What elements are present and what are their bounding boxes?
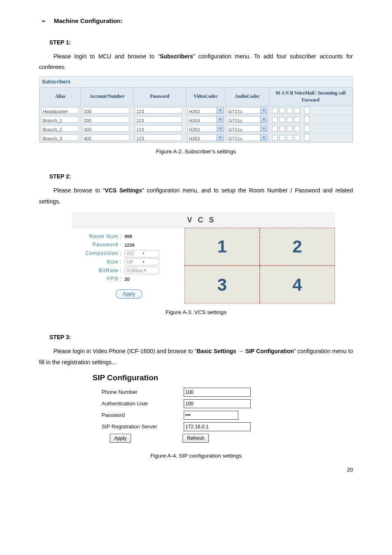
videocodec-select[interactable]: H263▾: [187, 107, 224, 114]
password-value[interactable]: 1234: [125, 242, 134, 249]
audiocodec-select[interactable]: G711u▾: [227, 125, 267, 132]
flags-row: [270, 125, 351, 132]
step2-before: Please browse to “: [53, 187, 105, 194]
server-label: SIP Registration Server: [92, 423, 184, 431]
figure-a2-caption: Figure A-2. Subscriber’s settings: [39, 148, 353, 156]
table-row: Headquarter100123H263▾G711u▾: [40, 106, 353, 115]
th-account: Account/Number: [81, 87, 134, 106]
chevron-down-icon: ▾: [217, 116, 224, 123]
sip-title: SIP Configuration: [92, 372, 281, 384]
forward-input[interactable]: [304, 125, 310, 132]
step3-bold: Basic Settings → SIP Configuration: [196, 348, 294, 354]
sip-apply-button[interactable]: Apply: [110, 434, 131, 443]
layout-cell-4: 4: [260, 266, 335, 303]
sip-password-input[interactable]: •••: [184, 411, 238, 420]
layout-cell-3: 3: [184, 266, 260, 303]
password-input[interactable]: 123: [135, 116, 182, 123]
step1-before: Please login to MCU and browse to “: [53, 53, 160, 60]
chevron-down-icon: ▾: [141, 259, 159, 265]
phone-input[interactable]: 100: [184, 388, 251, 397]
flags-row: [270, 116, 351, 123]
account-input[interactable]: 400: [82, 134, 129, 141]
flag-a-checkbox[interactable]: [279, 126, 285, 132]
flag-m-checkbox[interactable]: [272, 108, 278, 113]
subscribers-panel: Subscribers Alias Account/Number Passwor…: [39, 76, 353, 143]
layout-cell-2: 2: [260, 228, 335, 266]
flag-n-checkbox[interactable]: [287, 108, 293, 113]
step3-label: STEP 3:: [49, 333, 353, 342]
step1-text: Please login to MCU and browse to “Subsc…: [39, 51, 353, 73]
sip-refresh-button[interactable]: Refresh: [182, 434, 209, 443]
forward-input[interactable]: [304, 134, 310, 141]
size-label: Size :: [78, 258, 125, 266]
forward-input[interactable]: [304, 116, 310, 123]
flag-a-checkbox[interactable]: [279, 108, 285, 113]
audiocodec-select[interactable]: G711u▾: [227, 134, 267, 141]
bitrate-label: BitRate :: [78, 267, 125, 275]
alias-input[interactable]: Branch_3: [41, 134, 79, 141]
flag-n-checkbox[interactable]: [287, 117, 293, 123]
account-input[interactable]: 100: [82, 107, 129, 113]
alias-input[interactable]: Branch_2: [41, 125, 79, 132]
th-flags: M A N B VoiceMail / Incoming call Forwar…: [269, 87, 353, 106]
alias-input[interactable]: Headquarter: [41, 107, 79, 113]
vcs-apply-button[interactable]: Apply: [116, 289, 142, 298]
th-alias: Alias: [40, 87, 81, 106]
flag-n-checkbox[interactable]: [287, 126, 293, 132]
flags-row: [270, 134, 351, 141]
th-audiocodec: AudioCodec: [226, 87, 269, 106]
room-value[interactable]: 999: [125, 233, 132, 240]
server-input[interactable]: 172.16.0.1: [184, 422, 251, 431]
step3-text: Please login in Video Phone (ICF-1600) a…: [39, 346, 353, 368]
figure-a4-caption: Figure A-4. SIP configuration settings: [39, 452, 353, 460]
password-input[interactable]: 123: [135, 107, 182, 113]
videocodec-select[interactable]: H263▾: [187, 134, 224, 141]
chevron-down-icon: ▾: [260, 125, 267, 132]
flags-row: [270, 107, 351, 114]
flag-a-checkbox[interactable]: [279, 117, 285, 123]
vcs-panel: VCS Room Num :999 Password :1234 Composi…: [72, 212, 335, 304]
account-input[interactable]: 200: [82, 116, 129, 123]
flag-m-checkbox[interactable]: [272, 126, 278, 132]
step1-label: STEP 1:: [49, 38, 353, 47]
step2-label: STEP 2:: [49, 172, 353, 181]
flag-b-checkbox[interactable]: [294, 126, 300, 132]
table-row: Branch_3400123H263▾G711u▾: [40, 133, 353, 142]
subscribers-title: Subscribers: [39, 76, 353, 87]
password-input[interactable]: 123: [135, 134, 182, 141]
videocodec-select[interactable]: H263▾: [187, 125, 224, 132]
fps-value[interactable]: 20: [125, 276, 129, 283]
flag-m-checkbox[interactable]: [272, 135, 278, 141]
room-label: Room Num :: [78, 233, 125, 240]
bitrate-select[interactable]: 512Kbps▾: [125, 267, 159, 274]
auth-label: Authentication User: [92, 400, 184, 408]
table-row: Branch_1200123H263▾G711u▾: [40, 115, 353, 124]
audiocodec-select[interactable]: G711u▾: [227, 116, 267, 123]
chevron-down-icon: ▾: [217, 125, 224, 132]
flag-n-checkbox[interactable]: [287, 135, 293, 141]
alias-input[interactable]: Branch_1: [41, 116, 79, 123]
fps-label: FPS :: [78, 275, 125, 283]
figure-a3-caption: Figure A-3. VCS settings: [39, 308, 353, 317]
account-input[interactable]: 300: [82, 125, 129, 132]
auth-input[interactable]: 100: [184, 399, 251, 408]
flag-b-checkbox[interactable]: [294, 117, 300, 123]
chevron-down-icon: ▾: [141, 251, 159, 257]
vcs-form: Room Num :999 Password :1234 Composition…: [72, 228, 184, 304]
chevron-down-icon: ▾: [217, 134, 224, 141]
audiocodec-select[interactable]: G711u▾: [227, 107, 267, 114]
subscribers-table: Alias Account/Number Password VideoCodec…: [39, 87, 353, 143]
flag-b-checkbox[interactable]: [294, 135, 300, 141]
size-select[interactable]: CIF▾: [125, 258, 159, 266]
flag-b-checkbox[interactable]: [294, 108, 300, 113]
flag-a-checkbox[interactable]: [279, 135, 285, 141]
composition-select[interactable]: 2X2▾: [125, 250, 159, 257]
videocodec-select[interactable]: H263▾: [187, 116, 224, 123]
phone-label: Phone Number: [92, 388, 184, 396]
forward-input[interactable]: [304, 107, 310, 114]
flag-m-checkbox[interactable]: [272, 117, 278, 123]
bullet-arrow-icon: ➢: [41, 16, 46, 26]
password-label: Password :: [78, 241, 125, 249]
chevron-down-icon: ▾: [143, 268, 159, 273]
password-input[interactable]: 123: [135, 125, 182, 132]
